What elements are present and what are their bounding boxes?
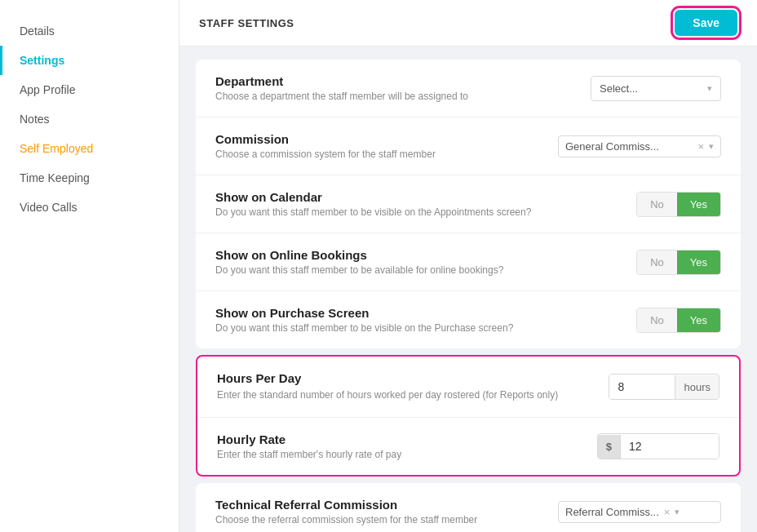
hourly-rate-desc: Enter the staff member's hourly rate of … xyxy=(217,449,597,460)
hourly-rate-info: Hourly Rate Enter the staff member's hou… xyxy=(217,432,597,460)
commission-close-icon[interactable]: × xyxy=(697,140,704,153)
department-control: Select... ▾ xyxy=(591,76,721,101)
show-calendar-label: Show on Calendar xyxy=(215,190,636,204)
tech-referral-control: Referral Commiss... × ▾ xyxy=(558,501,721,523)
commission-tag[interactable]: General Commiss... × ▾ xyxy=(558,135,721,157)
sidebar-item-notes[interactable]: Notes xyxy=(0,104,179,134)
hourly-rate-label: Hourly Rate xyxy=(217,432,597,446)
show-online-no-button[interactable]: No xyxy=(637,250,677,274)
department-desc: Choose a department the staff member wil… xyxy=(215,91,591,102)
main-area: STAFF SETTINGS Save Department Choose a … xyxy=(179,0,757,532)
commission-control: General Commiss... × ▾ xyxy=(558,135,721,157)
page-header: STAFF SETTINGS Save xyxy=(179,0,757,47)
hourly-rate-control: $ xyxy=(597,433,719,459)
show-purchase-no-button[interactable]: No xyxy=(637,308,677,332)
show-purchase-desc: Do you want this staff member to be visi… xyxy=(215,322,636,334)
show-calendar-no-button[interactable]: No xyxy=(637,193,677,216)
department-row: Department Choose a department the staff… xyxy=(196,60,741,117)
show-calendar-toggle: No Yes xyxy=(636,192,721,217)
show-calendar-desc: Do you want this staff member to be visi… xyxy=(215,206,636,218)
hours-input-group: hours xyxy=(609,374,719,400)
show-purchase-label: Show on Purchase Screen xyxy=(215,306,636,320)
tech-referral-desc: Choose the referral commission system fo… xyxy=(215,514,558,525)
hours-per-day-row: Hours Per Day Enter the standard number … xyxy=(197,357,739,418)
hourly-rate-input[interactable] xyxy=(621,434,719,459)
hours-per-day-desc: Enter the standard number of hours worke… xyxy=(217,388,609,402)
tech-referral-info: Technical Referral Commission Choose the… xyxy=(215,498,558,525)
show-purchase-yes-button[interactable]: Yes xyxy=(677,308,720,332)
sidebar-item-time-keeping[interactable]: Time Keeping xyxy=(0,163,179,193)
tech-referral-label: Technical Referral Commission xyxy=(215,498,558,512)
commission-label: Commission xyxy=(215,132,558,146)
hours-input[interactable] xyxy=(609,375,675,399)
show-online-info: Show on Online Bookings Do you want this… xyxy=(215,248,636,276)
sidebar-item-settings[interactable]: Settings xyxy=(0,46,179,75)
department-info: Department Choose a department the staff… xyxy=(215,74,591,102)
top-settings-card: Department Choose a department the staff… xyxy=(196,60,741,348)
bottom-settings-card: Technical Referral Commission Choose the… xyxy=(196,483,741,532)
chevron-down-icon: ▾ xyxy=(675,507,680,517)
referral-tag[interactable]: Referral Commiss... × ▾ xyxy=(558,501,721,523)
show-calendar-yes-button[interactable]: Yes xyxy=(677,193,720,216)
sidebar-item-video-calls[interactable]: Video Calls xyxy=(0,193,179,222)
sidebar-item-self-employed[interactable]: Self Employed xyxy=(0,134,179,163)
sidebar: Details Settings App Profile Notes Self … xyxy=(0,0,179,532)
department-placeholder: Select... xyxy=(600,82,638,95)
highlighted-section: Hours Per Day Enter the standard number … xyxy=(196,355,741,477)
tech-referral-row: Technical Referral Commission Choose the… xyxy=(196,483,741,532)
department-label: Department xyxy=(215,74,591,88)
show-online-row: Show on Online Bookings Do you want this… xyxy=(196,233,741,291)
show-calendar-info: Show on Calendar Do you want this staff … xyxy=(215,190,636,218)
hours-per-day-control: hours xyxy=(609,374,719,400)
show-online-desc: Do you want this staff member to be avai… xyxy=(215,264,636,276)
show-purchase-info: Show on Purchase Screen Do you want this… xyxy=(215,306,636,334)
hours-suffix: hours xyxy=(675,375,719,399)
sidebar-item-app-profile[interactable]: App Profile xyxy=(0,75,179,104)
hours-per-day-label: Hours Per Day xyxy=(217,371,609,385)
show-purchase-control: No Yes xyxy=(636,308,721,333)
commission-value: General Commiss... xyxy=(565,140,693,153)
commission-row: Commission Choose a commission system fo… xyxy=(196,117,741,175)
hours-per-day-info: Hours Per Day Enter the standard number … xyxy=(217,371,609,402)
hourly-rate-row: Hourly Rate Enter the staff member's hou… xyxy=(197,418,739,475)
chevron-down-icon: ▾ xyxy=(709,141,714,152)
settings-content: Department Choose a department the staff… xyxy=(179,47,757,532)
referral-close-icon[interactable]: × xyxy=(664,506,671,518)
chevron-down-icon: ▾ xyxy=(707,83,712,94)
show-online-yes-button[interactable]: Yes xyxy=(677,250,720,274)
commission-info: Commission Choose a commission system fo… xyxy=(215,132,558,160)
show-calendar-row: Show on Calendar Do you want this staff … xyxy=(196,175,741,233)
referral-value: Referral Commiss... xyxy=(565,506,659,518)
show-online-control: No Yes xyxy=(636,250,721,275)
save-button[interactable]: Save xyxy=(675,10,737,36)
currency-input-group: $ xyxy=(597,433,719,459)
commission-desc: Choose a commission system for the staff… xyxy=(215,149,558,160)
page-title: STAFF SETTINGS xyxy=(199,17,294,29)
show-online-toggle: No Yes xyxy=(636,250,721,275)
sidebar-item-details[interactable]: Details xyxy=(0,16,179,46)
currency-symbol: $ xyxy=(598,435,621,459)
show-purchase-toggle: No Yes xyxy=(636,308,721,333)
show-calendar-control: No Yes xyxy=(636,192,721,217)
department-select[interactable]: Select... ▾ xyxy=(591,76,721,101)
show-online-label: Show on Online Bookings xyxy=(215,248,636,262)
show-purchase-row: Show on Purchase Screen Do you want this… xyxy=(196,291,741,348)
